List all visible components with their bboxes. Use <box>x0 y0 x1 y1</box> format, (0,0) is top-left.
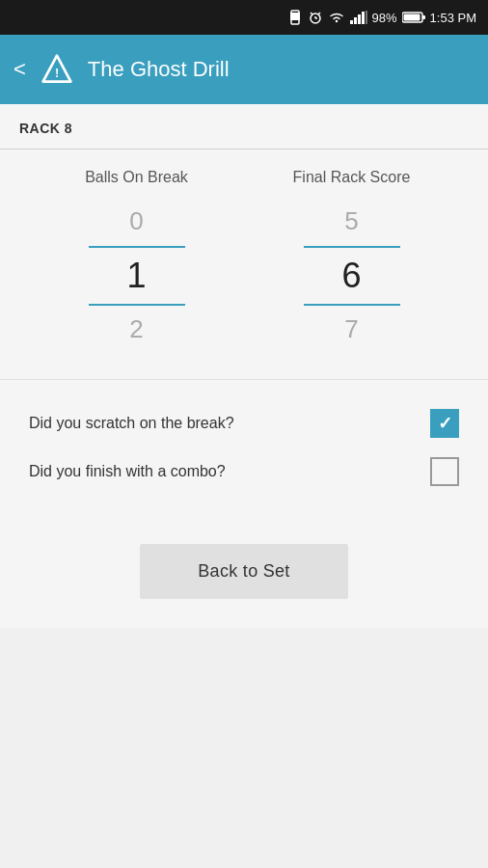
svg-rect-11 <box>366 11 367 24</box>
status-bar: 98% 1:53 PM <box>0 0 488 35</box>
scroll-line-bottom-right <box>304 304 400 306</box>
balls-above: 0 <box>129 202 143 242</box>
scratch-row: Did you scratch on the break? <box>29 399 459 448</box>
scratch-label: Did you scratch on the break? <box>29 415 234 432</box>
back-to-set-button[interactable]: Back to Set <box>140 544 347 599</box>
alarm-icon <box>308 10 323 25</box>
combo-label: Did you finish with a combo? <box>29 463 226 480</box>
svg-line-5 <box>311 13 312 14</box>
app-bar: < ! The Ghost Drill <box>0 35 488 104</box>
rack-title: RACK 8 <box>19 121 72 136</box>
svg-rect-14 <box>422 15 425 19</box>
back-icon[interactable]: < <box>14 57 26 82</box>
app-title: The Ghost Drill <box>88 57 230 82</box>
svg-rect-1 <box>290 13 300 20</box>
scroll-line-top-right <box>304 246 400 248</box>
status-icons: 98% 1:53 PM <box>287 10 476 25</box>
rack-header: RACK 8 <box>0 104 488 149</box>
columns-section: Balls On Break 0 1 2 Final Rack Score 5 … <box>0 149 488 369</box>
final-rack-score-scroll[interactable]: 5 6 7 <box>304 202 400 350</box>
back-btn-container: Back to Set <box>0 515 488 628</box>
final-rack-score-header: Final Rack Score <box>293 169 411 186</box>
svg-text:!: ! <box>55 67 59 80</box>
battery-text: 98% <box>372 11 397 25</box>
wifi-icon <box>328 11 345 24</box>
scroll-line-bottom-left <box>89 304 185 306</box>
checkboxes-section: Did you scratch on the break? Did you fi… <box>0 379 488 515</box>
score-above: 5 <box>344 202 358 242</box>
balls-on-break-column: Balls On Break 0 1 2 <box>50 169 224 350</box>
score-current: 6 <box>341 252 361 300</box>
balls-below: 2 <box>129 310 143 350</box>
phone-icon <box>287 10 303 25</box>
combo-checkbox[interactable] <box>430 457 459 486</box>
battery-icon <box>402 11 425 24</box>
signal-icon <box>350 11 367 24</box>
svg-line-6 <box>318 13 320 14</box>
balls-on-break-header: Balls On Break <box>85 169 188 186</box>
scroll-line-top-left <box>89 246 185 248</box>
final-rack-score-column: Final Rack Score 5 6 7 <box>265 169 439 350</box>
main-content: RACK 8 Balls On Break 0 1 2 Final Rack S… <box>0 104 488 628</box>
balls-current: 1 <box>126 252 146 300</box>
balls-on-break-scroll[interactable]: 0 1 2 <box>89 202 185 350</box>
svg-rect-8 <box>354 17 357 24</box>
svg-rect-13 <box>403 14 420 21</box>
svg-rect-9 <box>358 14 361 24</box>
score-below: 7 <box>344 310 358 350</box>
svg-rect-7 <box>350 20 353 24</box>
app-logo: ! <box>40 52 74 87</box>
combo-row: Did you finish with a combo? <box>29 448 459 496</box>
time-text: 1:53 PM <box>430 11 476 25</box>
svg-rect-10 <box>362 12 365 24</box>
scratch-checkbox[interactable] <box>430 409 459 438</box>
